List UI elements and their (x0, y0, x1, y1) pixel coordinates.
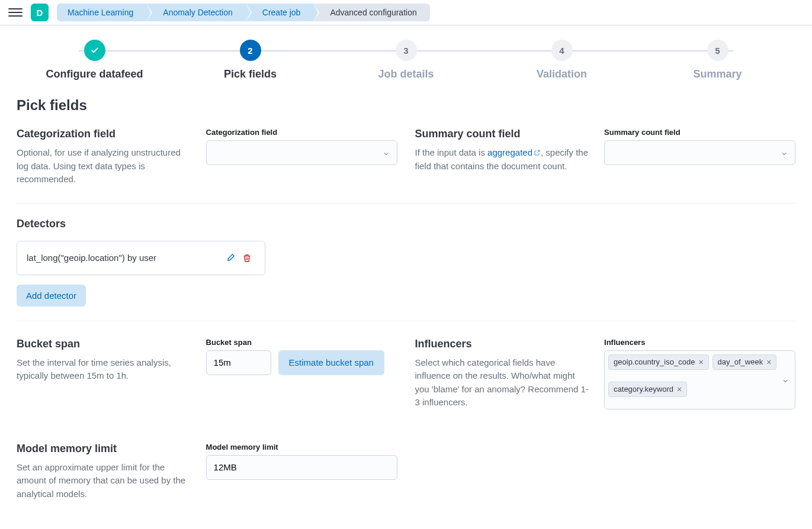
remove-tag-icon[interactable]: × (766, 357, 771, 367)
delete-detector-button[interactable] (239, 250, 255, 266)
bucket-span-section: Bucket span Set the interval for time se… (17, 338, 397, 409)
categorization-desc: Optional, for use if analyzing unstructu… (17, 146, 192, 186)
step-label: Job details (328, 68, 484, 80)
influencers-field-label: Influencers (604, 338, 795, 347)
bucket-span-title: Bucket span (17, 338, 192, 350)
breadcrumb-advanced: Advanced configuration (313, 4, 429, 21)
breadcrumb-create-job[interactable]: Create job (246, 4, 314, 21)
influencer-tag: category.keyword × (608, 382, 687, 397)
mml-desc: Set an approximate upper limit for the a… (17, 461, 192, 501)
bucket-span-desc: Set the interval for time series analysi… (17, 356, 192, 383)
step-label: Pick fields (172, 68, 328, 80)
categorization-field-label: Categorization field (206, 128, 397, 137)
categorization-title: Categorization field (17, 128, 192, 140)
main-content: Configure datafeed 2 Pick fields 3 Job d… (0, 25, 812, 515)
remove-tag-icon[interactable]: × (698, 357, 703, 367)
check-icon (84, 40, 105, 61)
detectors-section: Detectors lat_long("geoip.location") by … (17, 204, 795, 321)
step-job-details[interactable]: 3 Job details (328, 40, 484, 80)
step-validation[interactable]: 4 Validation (484, 40, 640, 80)
step-summary[interactable]: 5 Summary (640, 40, 795, 80)
app-logo[interactable]: D (31, 4, 49, 21)
influencers-section: Influencers Select which categorical fie… (415, 338, 796, 409)
step-number: 5 (707, 40, 728, 61)
step-configure-datafeed[interactable]: Configure datafeed (17, 40, 172, 80)
tag-label: category.keyword (614, 385, 673, 393)
summary-count-select[interactable] (604, 140, 795, 165)
influencers-desc: Select which categorical fields have inf… (415, 356, 590, 409)
detectors-title: Detectors (17, 218, 795, 230)
mml-field-label: Model memory limit (206, 443, 397, 451)
breadcrumb-anomaly[interactable]: Anomaly Detection (146, 4, 246, 21)
edit-detector-button[interactable] (222, 250, 239, 266)
step-label: Validation (484, 68, 640, 80)
detector-card: lat_long("geoip.location") by user (17, 241, 265, 275)
hamburger-menu[interactable] (8, 5, 23, 20)
summary-count-section: Summary count field If the input data is… (415, 128, 796, 186)
step-number: 2 (240, 40, 261, 61)
summary-count-field-label: Summary count field (604, 128, 795, 137)
detector-text: lat_long("geoip.location") by user (27, 253, 222, 263)
aggregated-link[interactable]: aggregated (487, 147, 541, 157)
influencers-combobox[interactable]: geoip.country_iso_code × day_of_week × c… (604, 350, 795, 409)
influencers-title: Influencers (415, 338, 590, 350)
tag-label: geoip.country_iso_code (614, 357, 695, 366)
step-number: 4 (551, 40, 573, 61)
summary-count-title: Summary count field (415, 128, 590, 140)
header-bar: D Machine Learning Anomaly Detection Cre… (0, 0, 812, 25)
breadcrumbs: Machine Learning Anomaly Detection Creat… (57, 4, 430, 21)
tag-label: day_of_week (718, 357, 763, 366)
influencer-tag: day_of_week × (712, 354, 777, 370)
step-label: Summary (640, 68, 795, 80)
step-number: 3 (396, 40, 417, 61)
estimate-bucket-span-button[interactable]: Estimate bucket span (278, 350, 384, 375)
summary-count-desc: If the input data is aggregated, specify… (415, 146, 590, 173)
chevron-down-icon (782, 376, 789, 383)
page-title: Pick fields (17, 97, 795, 114)
remove-tag-icon[interactable]: × (677, 385, 682, 394)
step-label: Configure datafeed (17, 68, 172, 80)
categorization-section: Categorization field Optional, for use i… (17, 128, 397, 186)
external-link-icon (534, 147, 541, 160)
step-pick-fields[interactable]: 2 Pick fields (172, 40, 328, 80)
categorization-select[interactable] (206, 140, 397, 165)
wizard-steps: Configure datafeed 2 Pick fields 3 Job d… (17, 40, 795, 80)
bucket-span-field-label: Bucket span (206, 338, 397, 347)
mml-title: Model memory limit (17, 443, 192, 455)
add-detector-button[interactable]: Add detector (17, 285, 86, 307)
breadcrumb-ml[interactable]: Machine Learning (57, 4, 146, 21)
chevron-down-icon (781, 149, 788, 156)
chevron-down-icon (383, 149, 390, 156)
model-memory-limit-section: Model memory limit Set an approximate up… (17, 443, 397, 501)
bucket-span-input[interactable] (206, 350, 271, 375)
influencer-tag: geoip.country_iso_code × (608, 354, 709, 370)
mml-input[interactable] (206, 455, 397, 480)
